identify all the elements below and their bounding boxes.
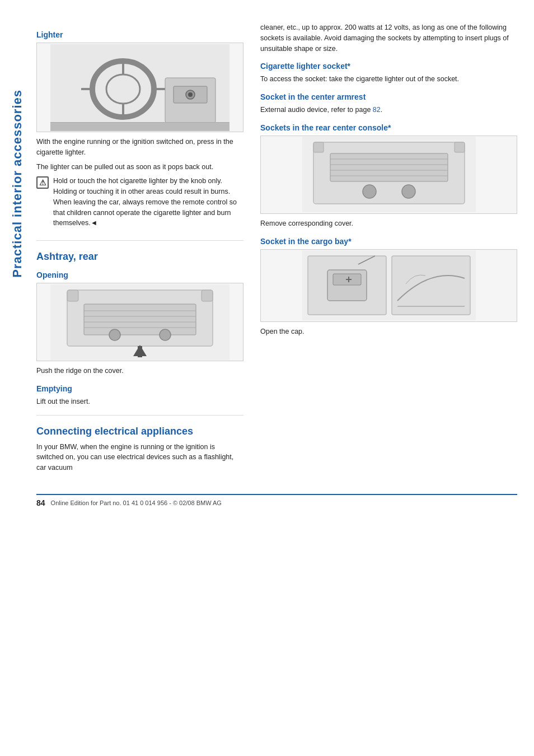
center-armrest-heading: Socket in the center armrest: [260, 92, 517, 101]
sidebar-label: Practical interior accessories: [10, 90, 27, 278]
lighter-para2: The lighter can be pulled out as soon as…: [36, 162, 243, 172]
ashtray-opening-image: [36, 283, 243, 361]
svg-point-10: [188, 92, 193, 97]
center-armrest-para: External audio device, refer to page 82.: [260, 105, 517, 115]
two-col-layout: Lighter: [36, 22, 517, 477]
page-link-82[interactable]: 82: [373, 106, 381, 114]
svg-rect-15: [67, 290, 78, 301]
svg-rect-17: [84, 304, 196, 335]
right-column: cleaner, etc., up to approx. 200 watts a…: [260, 22, 517, 477]
svg-rect-12: [50, 123, 229, 131]
cig-socket-para: To access the socket: take the cigarette…: [260, 74, 517, 85]
lighter-heading: Lighter: [36, 30, 243, 39]
warning-text: Hold or touch the hot cigarette lighter …: [53, 176, 243, 228]
svg-point-22: [109, 329, 120, 340]
main-content: Lighter: [36, 22, 517, 507]
svg-rect-16: [202, 290, 213, 301]
svg-point-23: [160, 329, 171, 340]
svg-rect-28: [313, 142, 324, 152]
cig-socket-heading: Cigarette lighter socket*: [260, 62, 517, 71]
opening-heading: Opening: [36, 270, 243, 279]
warning-block: ⚠ Hold or touch the hot cigarette lighte…: [36, 176, 243, 232]
emptying-heading: Emptying: [36, 384, 243, 393]
svg-rect-25: [138, 346, 142, 357]
emptying-para: Lift out the insert.: [36, 396, 243, 407]
section-divider: [36, 240, 243, 241]
page-number: 84: [36, 498, 45, 507]
svg-rect-30: [330, 153, 448, 181]
footer-text: Online Edition for Part no. 01 41 0 014 …: [51, 500, 222, 506]
cargo-heading: Socket in the cargo bay*: [260, 237, 517, 246]
ashtray-heading: Ashtray, rear: [36, 251, 243, 263]
connecting-para2: cleaner, etc., up to approx. 200 watts a…: [260, 22, 517, 54]
left-column: Lighter: [36, 22, 243, 477]
warning-icon: ⚠: [36, 176, 49, 189]
svg-point-36: [402, 185, 415, 198]
page-container: Practical interior accessories Lighter: [0, 0, 534, 756]
rear-console-image: [260, 136, 517, 214]
page-footer: 84 Online Edition for Part no. 01 41 0 0…: [36, 494, 517, 507]
rear-console-para: Remove corresponding cover.: [260, 218, 517, 229]
cargo-para: Open the cap.: [260, 326, 517, 337]
cargo-image: [260, 249, 517, 322]
section-divider-2: [36, 415, 243, 416]
rear-console-heading: Sockets in the rear center console*: [260, 123, 517, 132]
opening-para: Push the ridge on the cover.: [36, 366, 243, 376]
lighter-image: [36, 43, 243, 132]
svg-rect-29: [455, 142, 465, 152]
lighter-para1: With the engine running or the ignition …: [36, 137, 243, 158]
connecting-para1: In your BMW, when the engine is running …: [36, 442, 243, 473]
svg-point-35: [363, 185, 376, 198]
connecting-heading: Connecting electrical appliances: [36, 426, 243, 437]
